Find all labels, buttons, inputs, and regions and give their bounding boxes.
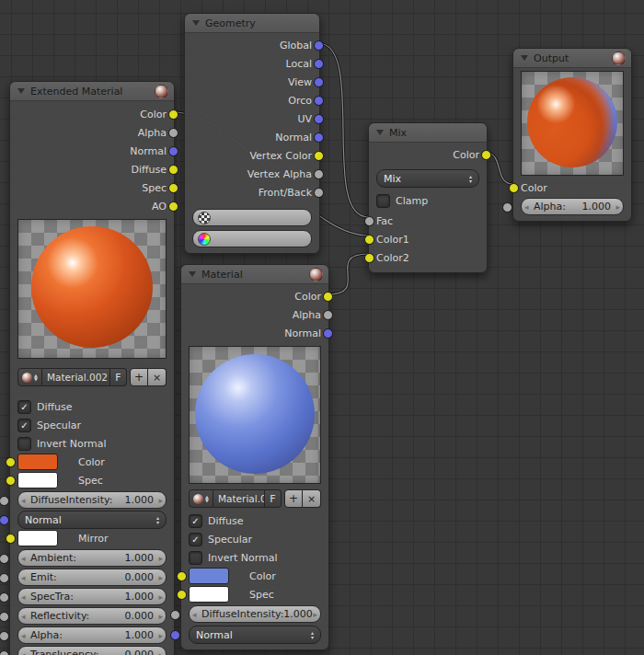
socket-output-uv[interactable] [314, 114, 324, 124]
slider-label: Emit: [30, 571, 57, 583]
socket-output-color[interactable] [323, 292, 333, 302]
alpha-slider[interactable]: Alpha:1.000 [521, 198, 624, 215]
collapse-triangle-icon[interactable] [189, 271, 196, 277]
collapse-triangle-icon[interactable] [17, 88, 25, 94]
diffuse-checkbox[interactable] [189, 514, 202, 528]
socket-input-color2[interactable] [364, 253, 374, 263]
node-geometry[interactable]: Geometry Global Local View Orco UV Norma… [184, 13, 320, 254]
spec-swatch[interactable] [189, 586, 229, 603]
spec-swatch[interactable] [17, 472, 58, 488]
socket-input-color[interactable] [177, 571, 187, 581]
socket-output-alpha[interactable] [168, 128, 178, 138]
socket-input-mirror[interactable] [6, 534, 16, 544]
emit-slider[interactable]: Emit:0.000 [17, 569, 167, 586]
specular-checkbox[interactable] [17, 419, 31, 432]
diffuse-intensity-slider[interactable]: DiffuseIntensity:1.000 [17, 491, 167, 509]
color-input-row: Color [189, 567, 321, 585]
socket-input-spectra[interactable] [0, 592, 9, 603]
node-material[interactable]: Material Color Alpha Normal ▲▼ Material.… [180, 264, 329, 650]
normal-dropdown[interactable]: Normal▴▾ [189, 626, 321, 644]
socket-output-color[interactable] [481, 150, 491, 160]
vertex-color-field[interactable] [192, 230, 312, 247]
diffuse-checkbox[interactable] [17, 400, 31, 414]
socket-input-ambient[interactable] [0, 554, 9, 564]
socket-input-emit[interactable] [0, 573, 9, 583]
node-header[interactable]: Material [181, 265, 328, 284]
socket-input-fac[interactable] [364, 216, 374, 226]
diffuse-intensity-slider[interactable]: DiffuseIntensity:1.000 [189, 605, 321, 623]
reflectivity-slider[interactable]: Reflectivity:0.000 [17, 607, 167, 625]
socket-output-global[interactable] [314, 40, 324, 51]
socket-output-color[interactable] [168, 109, 178, 120]
node-header[interactable]: Geometry [185, 14, 319, 33]
node-output[interactable]: Output Color Alpha:1.000 [512, 48, 632, 222]
translucency-slider[interactable]: Translucency:0.000 [17, 646, 167, 655]
invert-normal-checkbox[interactable] [189, 551, 202, 565]
clamp-checkbox[interactable] [376, 194, 390, 208]
socket-input-spec[interactable] [177, 590, 187, 600]
node-header[interactable]: Mix [369, 123, 487, 143]
invert-normal-checkbox[interactable] [17, 437, 31, 451]
unlink-material-button[interactable]: × [303, 489, 321, 508]
material-name-field[interactable]: Material.0... [213, 489, 265, 508]
socket-output-local[interactable] [314, 59, 324, 69]
socket-input-color1[interactable] [364, 235, 374, 245]
option-label: Diffuse [37, 401, 73, 413]
socket-input-color[interactable] [509, 183, 519, 193]
swatch-label: Mirror [78, 533, 108, 545]
socket-output-vertex-alpha[interactable] [314, 169, 324, 179]
fake-user-button[interactable]: F [265, 489, 282, 508]
material-name-field[interactable]: Material.002 [42, 368, 110, 386]
node-mix[interactable]: Mix Color Mix▴▾ Clamp Fac Color1 Color2 [368, 122, 488, 273]
socket-input-color[interactable] [6, 457, 16, 467]
socket-output-diffuse[interactable] [168, 165, 178, 175]
browse-material-button[interactable]: ▲▼ [189, 489, 213, 508]
socket-input-diffuseintensity[interactable] [0, 496, 9, 506]
output-row: Normal [17, 142, 167, 160]
output-label: Orco [288, 95, 312, 107]
socket-output-alpha[interactable] [323, 310, 333, 320]
socket-input-diffuseintensity[interactable] [170, 610, 180, 620]
socket-input-spec[interactable] [6, 476, 16, 486]
node-editor-canvas[interactable]: { "colors":{"sock-color":"#dcdc1d","sock… [0, 0, 644, 655]
collapse-triangle-icon[interactable] [376, 130, 384, 135]
socket-output-normal[interactable] [168, 146, 178, 156]
uv-layer-field[interactable] [192, 209, 312, 226]
collapse-triangle-icon[interactable] [192, 20, 200, 26]
socket-output-spec[interactable] [168, 183, 178, 193]
socket-output-view[interactable] [314, 77, 324, 87]
output-label: Color [453, 149, 479, 161]
add-material-button[interactable]: + [284, 489, 303, 508]
unlink-material-button[interactable]: × [148, 368, 167, 386]
output-row: Normal [192, 128, 312, 146]
socket-input-normal[interactable] [170, 630, 180, 640]
socket-output-frontback[interactable] [314, 188, 324, 198]
node-header[interactable]: Extended Material [10, 82, 174, 101]
add-material-button[interactable]: + [130, 368, 148, 386]
ambient-slider[interactable]: Ambient:1.000 [17, 549, 167, 567]
vertex-color-icon [198, 233, 211, 246]
output-label: Alpha [138, 127, 167, 139]
alpha-slider[interactable]: Alpha:1.000 [17, 626, 167, 644]
socket-output-normal[interactable] [323, 328, 333, 339]
mirror-swatch[interactable] [17, 530, 58, 546]
node-header[interactable]: Output [513, 49, 631, 68]
socket-output-ao[interactable] [168, 201, 178, 212]
browse-material-button[interactable]: ▲▼ [17, 368, 42, 386]
spectra-slider[interactable]: SpecTra:1.000 [17, 588, 167, 605]
slider-label: Alpha: [30, 629, 63, 641]
socket-output-orco[interactable] [314, 96, 324, 106]
color-swatch[interactable] [17, 454, 58, 470]
socket-output-normal[interactable] [314, 132, 324, 143]
socket-output-vertex-color[interactable] [314, 151, 324, 161]
node-extended-material[interactable]: Extended Material Color Alpha Normal Dif… [9, 81, 175, 655]
socket-input-alpha[interactable] [502, 202, 512, 213]
color-swatch[interactable] [189, 568, 229, 584]
fake-user-button[interactable]: F [110, 368, 127, 386]
socket-input-reflectivity[interactable] [0, 612, 9, 622]
specular-checkbox[interactable] [189, 533, 202, 546]
socket-input-alpha[interactable] [0, 631, 9, 641]
normal-dropdown[interactable]: Normal▴▾ [17, 511, 167, 529]
blend-mode-dropdown[interactable]: Mix▴▾ [376, 169, 479, 188]
collapse-triangle-icon[interactable] [521, 55, 528, 61]
